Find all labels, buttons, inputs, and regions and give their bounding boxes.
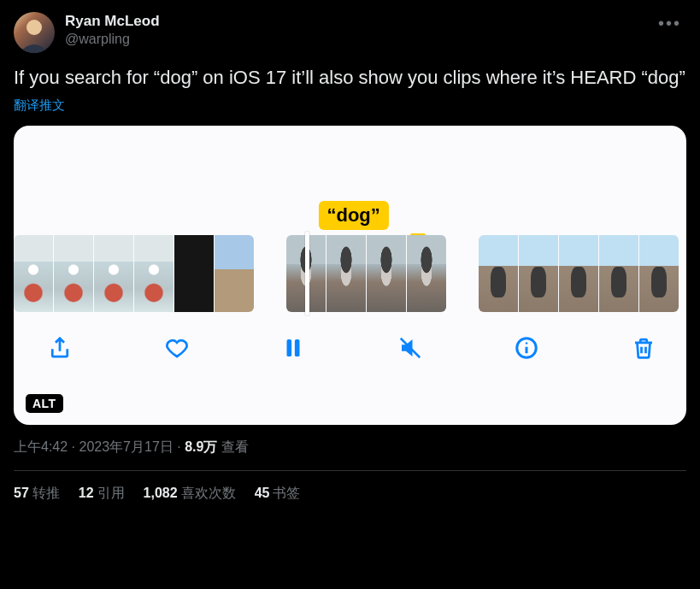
translate-link[interactable]: 翻译推文: [14, 97, 65, 114]
thumbnail[interactable]: [215, 235, 254, 312]
media-card[interactable]: “dog”: [14, 126, 686, 425]
tweet-text: If you search for “dog” on iOS 17 it’ll …: [14, 65, 686, 91]
thumbnail[interactable]: [54, 235, 93, 312]
thumbnail[interactable]: [326, 235, 366, 312]
clip-group-3[interactable]: [479, 235, 679, 312]
caption-bubble: “dog”: [318, 201, 388, 230]
thumbnail[interactable]: [639, 235, 679, 312]
heart-icon[interactable]: [162, 333, 192, 363]
thumbnail[interactable]: [519, 235, 558, 312]
views-label: 查看: [217, 439, 248, 454]
thumbnail[interactable]: [174, 235, 214, 312]
thumbnail[interactable]: [559, 235, 598, 312]
clip-group-1[interactable]: [14, 235, 254, 312]
tweet-time[interactable]: 上午4:42: [14, 439, 68, 454]
user-block: Ryan McLeod @warpling: [65, 12, 653, 49]
clip-group-2[interactable]: [286, 235, 446, 312]
trash-icon[interactable]: [628, 333, 659, 363]
retweets-stat[interactable]: 57转推: [14, 485, 60, 503]
tweet-header: Ryan McLeod @warpling •••: [14, 12, 686, 53]
svg-rect-1: [287, 339, 292, 356]
svg-rect-2: [295, 339, 300, 356]
thumbnail[interactable]: [599, 235, 638, 312]
thumbnail[interactable]: [407, 235, 446, 312]
tweet-container: Ryan McLeod @warpling ••• If you search …: [0, 0, 700, 511]
alt-badge[interactable]: ALT: [26, 394, 63, 413]
more-icon[interactable]: •••: [653, 12, 686, 35]
share-icon[interactable]: [44, 333, 75, 363]
svg-point-6: [526, 342, 528, 345]
pause-icon[interactable]: [278, 333, 309, 363]
thumbnail[interactable]: [14, 235, 53, 312]
tweet-meta: 上午4:42 · 2023年7月17日 · 8.9万 查看: [14, 439, 686, 456]
bookmarks-stat[interactable]: 45书签: [255, 485, 301, 503]
caption-area: “dog”: [14, 126, 686, 235]
view-count[interactable]: 8.9万: [185, 439, 217, 454]
thumbnail[interactable]: [286, 235, 326, 312]
mute-icon[interactable]: [395, 333, 426, 363]
tweet-date[interactable]: 2023年7月17日: [79, 439, 173, 454]
tweet-stats: 57转推 12引用 1,082喜欢次数 45书签: [14, 471, 686, 503]
likes-stat[interactable]: 1,082喜欢次数: [144, 485, 236, 503]
thumbnail[interactable]: [367, 235, 406, 312]
display-name[interactable]: Ryan McLeod: [65, 12, 653, 31]
thumbnail[interactable]: [134, 235, 174, 312]
thumbnail[interactable]: [479, 235, 518, 312]
svg-point-0: [26, 20, 42, 35]
thumbnail[interactable]: [94, 235, 133, 312]
filmstrip[interactable]: [14, 235, 686, 312]
media-toolbar: [14, 312, 686, 363]
avatar[interactable]: [14, 12, 55, 53]
info-icon[interactable]: [511, 333, 542, 363]
user-handle[interactable]: @warpling: [65, 31, 653, 49]
quotes-stat[interactable]: 12引用: [79, 485, 125, 503]
